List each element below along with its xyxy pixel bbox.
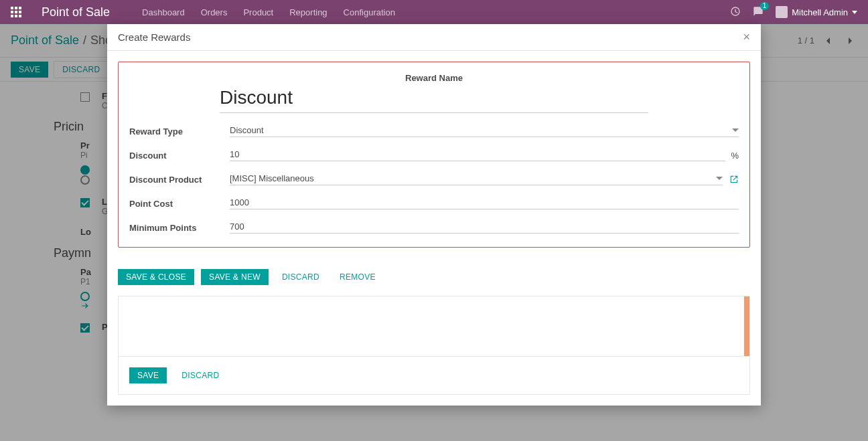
discount-input[interactable]	[230, 149, 725, 161]
reward-type-label: Reward Type	[129, 126, 230, 137]
caret-down-icon	[852, 11, 857, 14]
remove-button[interactable]: Remove	[333, 269, 382, 285]
modal-actions: Save & Close Save & New Discard Remove	[107, 258, 761, 296]
close-icon[interactable]: ×	[743, 30, 750, 44]
nav-link-configuration[interactable]: Configuration	[344, 7, 395, 17]
reward-type-value[interactable]	[230, 125, 732, 135]
chat-badge: 1	[760, 2, 770, 10]
discount-product-value[interactable]	[230, 173, 716, 183]
minimum-points-label: Minimum Points	[129, 223, 230, 233]
caret-down-icon	[732, 127, 739, 134]
nav-title[interactable]: Point of Sale	[42, 5, 110, 19]
modal-overlay: Create Rewards × Reward Name Reward Type…	[0, 24, 868, 441]
discount-unit: %	[731, 151, 739, 161]
panel-bottom: Save Discard	[119, 357, 749, 394]
panel-top	[119, 296, 749, 357]
top-navbar: Point of Sale Dashboard Orders Product R…	[0, 0, 868, 24]
user-menu[interactable]: Mitchell Admin	[776, 6, 857, 18]
user-name: Mitchell Admin	[792, 7, 848, 17]
nav-link-product[interactable]: Product	[243, 7, 273, 17]
discount-label: Discount	[129, 151, 230, 161]
modal-discard-button[interactable]: Discard	[275, 269, 326, 285]
modal-title: Create Rewards	[118, 31, 190, 43]
clock-icon[interactable]	[730, 6, 741, 19]
nav-link-reporting[interactable]: Reporting	[289, 7, 327, 17]
lower-discard-button[interactable]: Discard	[173, 367, 227, 383]
chat-icon[interactable]: 1	[753, 6, 764, 19]
highlight-frame: Reward Name Reward Type Discount % D	[118, 62, 750, 248]
nav-link-orders[interactable]: Orders	[201, 7, 228, 17]
lower-save-button[interactable]: Save	[129, 367, 167, 383]
discount-product-label: Discount Product	[129, 175, 230, 185]
save-close-button[interactable]: Save & Close	[118, 269, 194, 285]
external-link-icon[interactable]	[729, 175, 739, 184]
lower-panel: Save Discard	[118, 296, 750, 395]
discount-product-select[interactable]	[230, 173, 723, 185]
avatar-icon	[776, 6, 788, 18]
modal-body: Reward Name Reward Type Discount % D	[107, 51, 761, 258]
create-rewards-modal: Create Rewards × Reward Name Reward Type…	[107, 24, 761, 406]
reward-type-select[interactable]	[230, 125, 739, 137]
minimum-points-input[interactable]	[230, 222, 739, 234]
modal-header: Create Rewards ×	[107, 24, 761, 51]
nav-link-dashboard[interactable]: Dashboard	[142, 7, 185, 17]
point-cost-input[interactable]	[230, 197, 739, 209]
caret-down-icon	[716, 175, 723, 182]
point-cost-label: Point Cost	[129, 199, 230, 209]
reward-name-label: Reward Name	[405, 73, 463, 83]
save-new-button[interactable]: Save & New	[201, 269, 269, 285]
reward-name-input[interactable]	[220, 86, 648, 113]
apps-icon[interactable]	[11, 7, 21, 17]
